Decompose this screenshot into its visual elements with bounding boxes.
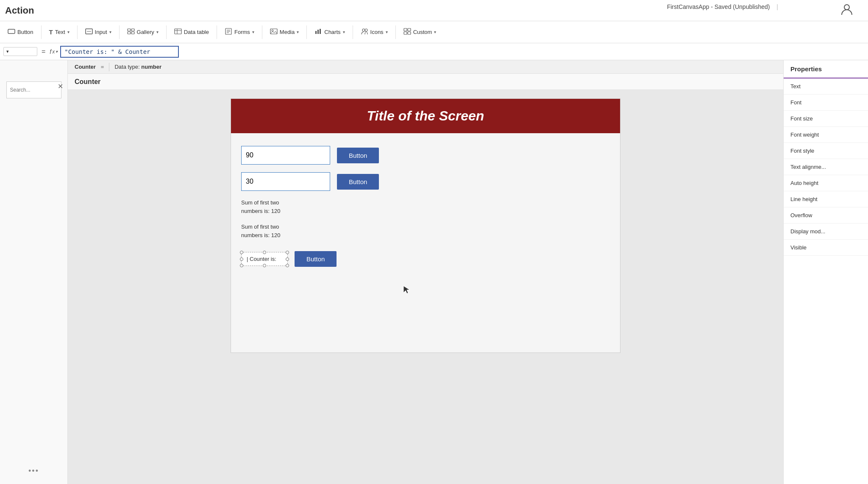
close-icon[interactable]: ✕ [58, 82, 63, 90]
property-fontsize[interactable]: Font size [784, 111, 868, 127]
toolbar-divider-9 [395, 25, 396, 39]
toolbar-media-btn[interactable]: Media ▾ [266, 26, 303, 38]
toolbar-divider-3 [119, 25, 120, 39]
property-text[interactable]: Text [784, 78, 868, 95]
fx-caret: ▾ [56, 49, 58, 54]
svg-point-21 [365, 29, 367, 31]
formula-eq-symbol: = [42, 48, 45, 56]
input-field-2[interactable] [241, 172, 330, 191]
toolbar-text-btn[interactable]: T Text ▾ [45, 26, 74, 38]
svg-rect-25 [408, 32, 411, 34]
left-panel-dots: ••• [28, 467, 39, 476]
svg-rect-23 [408, 28, 411, 31]
handle-top-right[interactable] [286, 251, 289, 254]
toolbar-gallery-btn[interactable]: Gallery ▾ [123, 26, 163, 38]
variable-bar: Counter = Data type: number [68, 60, 783, 74]
toolbar-gallery-label: Gallery [137, 29, 154, 35]
property-fontstyle[interactable]: Font style [784, 143, 868, 159]
property-font[interactable]: Font [784, 95, 868, 111]
charts-caret-icon: ▾ [343, 30, 345, 34]
svg-rect-24 [404, 32, 407, 34]
counter-title: Counter [75, 78, 100, 86]
counter-label-bar: Counter [68, 74, 783, 90]
toolbar-charts-btn[interactable]: Charts ▾ [310, 26, 349, 38]
toolbar-custom-btn[interactable]: Custom ▾ [399, 25, 441, 39]
gallery-icon [127, 28, 135, 36]
formula-dropdown[interactable]: ▾ [3, 47, 37, 56]
variable-separator [109, 63, 109, 71]
property-lineheight[interactable]: Line height [784, 191, 868, 207]
toolbar-datatable-btn[interactable]: Data table [170, 26, 213, 38]
toolbar-input-btn[interactable]: Input ▾ [81, 26, 116, 38]
button-icon [8, 28, 15, 36]
toolbar-divider-8 [353, 25, 353, 39]
toolbar-input-label: Input [95, 29, 107, 35]
user-area[interactable] [838, 3, 855, 19]
toolbar-forms-btn[interactable]: Forms ▾ [220, 25, 259, 39]
screen-title: Title of the Screen [231, 99, 620, 133]
svg-rect-8 [175, 29, 181, 34]
input-caret-icon: ▾ [109, 30, 111, 34]
custom-caret-icon: ▾ [434, 30, 436, 34]
toolbar-custom-label: Custom [413, 29, 432, 35]
toolbar-charts-label: Charts [324, 29, 340, 35]
toolbar-divider-6 [262, 25, 262, 39]
formula-input[interactable] [60, 46, 179, 58]
sum-text-1: Sum of first two numbers is: 120 [241, 199, 610, 215]
handle-bot-right[interactable] [286, 264, 289, 267]
counter-text-content: | Counter is: [247, 256, 276, 262]
handle-bot-left[interactable] [240, 264, 243, 267]
handle-bot-mid[interactable] [263, 264, 266, 267]
toolbar-divider-1 [41, 25, 42, 39]
property-fontweight[interactable]: Font weight [784, 127, 868, 143]
property-visible[interactable]: Visible [784, 240, 868, 256]
toolbar-divider-4 [166, 25, 167, 39]
variable-eq: = [101, 64, 104, 70]
input-row-2: Button [241, 172, 610, 191]
left-panel-search[interactable] [6, 81, 61, 98]
media-caret-icon: ▾ [297, 30, 299, 34]
input-field-1[interactable] [241, 146, 330, 165]
property-textalign[interactable]: Text alignme... [784, 159, 868, 175]
variable-name: Counter [75, 64, 96, 70]
svg-point-0 [844, 5, 849, 10]
button-1[interactable]: Button [337, 148, 379, 163]
button-2[interactable]: Button [337, 174, 379, 190]
svg-rect-4 [128, 29, 131, 31]
handle-top-mid[interactable] [263, 251, 266, 254]
svg-rect-18 [317, 30, 319, 34]
svg-rect-17 [315, 31, 317, 34]
toolbar-icons-label: Icons [370, 29, 384, 35]
gallery-caret-icon: ▾ [156, 30, 159, 34]
handle-mid-left[interactable] [240, 257, 243, 261]
data-type-label: Data type: number [114, 64, 161, 70]
counter-control: | Counter is: Button [241, 251, 610, 267]
toolbar-divider-7 [306, 25, 307, 39]
formula-fx: f x ▾ [50, 48, 58, 55]
handle-top-left[interactable] [240, 251, 243, 254]
property-overflow[interactable]: Overflow [784, 207, 868, 224]
app-frame: Title of the Screen Button Button [231, 98, 620, 353]
counter-text-box[interactable]: | Counter is: [241, 252, 288, 266]
properties-header: Properties [784, 60, 868, 78]
toolbar-button-btn[interactable]: Button [3, 25, 38, 39]
datatable-icon [174, 28, 182, 36]
property-autoheight[interactable]: Auto height [784, 175, 868, 191]
button-3[interactable]: Button [295, 251, 337, 267]
fx-icon: f [50, 48, 51, 55]
toolbar-text-label: Text [55, 29, 65, 35]
toolbar-icons-btn[interactable]: Icons ▾ [356, 25, 392, 39]
handle-mid-right[interactable] [286, 257, 289, 261]
input-toolbar-icon [85, 28, 93, 36]
media-icon [270, 28, 278, 36]
forms-icon [225, 28, 232, 36]
svg-rect-5 [131, 29, 134, 31]
action-label: Action [5, 5, 34, 16]
svg-rect-1 [8, 29, 15, 34]
property-displaymode[interactable]: Display mod... [784, 224, 868, 240]
svg-rect-22 [404, 28, 407, 31]
svg-rect-19 [320, 29, 321, 34]
svg-rect-15 [270, 29, 277, 34]
input-row-1: Button [241, 146, 610, 165]
text-toolbar-icon: T [49, 28, 53, 36]
